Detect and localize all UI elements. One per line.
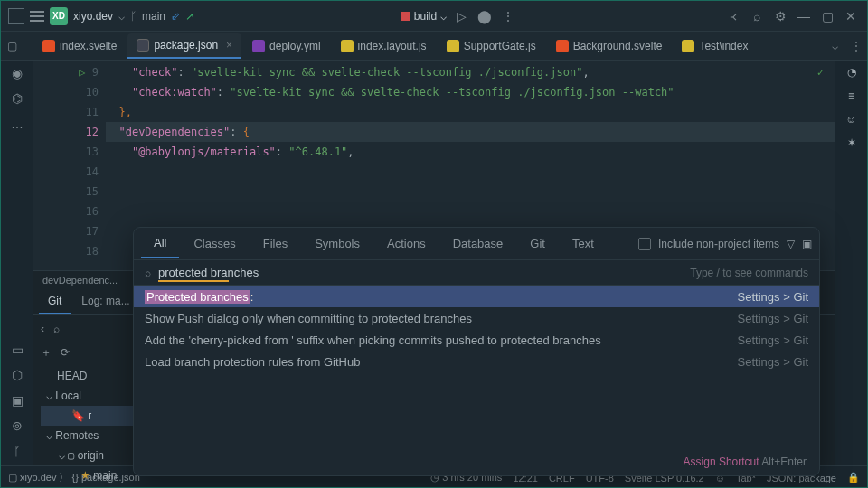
project-tool-icon[interactable]: ▢	[7, 40, 17, 52]
build-tool-icon[interactable]: ▭	[12, 343, 24, 357]
cwm-icon[interactable]: ᚜	[724, 9, 742, 23]
se-tab-git[interactable]: Git	[517, 230, 558, 258]
search-results: Protected branches: Settings > Git Show …	[134, 286, 819, 372]
filter-icon[interactable]: ▽	[787, 238, 795, 250]
svelte-icon	[556, 40, 569, 52]
branch-icon: ᚴ	[130, 10, 137, 23]
tab-deploy-yml[interactable]: deploy.yml	[243, 34, 329, 58]
se-tab-database[interactable]: Database	[440, 230, 516, 258]
search-input[interactable]: protected branches	[158, 266, 259, 279]
result-row[interactable]: Load branch protection rules from GitHub…	[134, 351, 819, 372]
structure-tool-icon[interactable]: ⌬	[12, 91, 23, 106]
pin-icon[interactable]: ▣	[802, 238, 812, 250]
close-tab-icon[interactable]: ×	[226, 39, 232, 52]
run-config-selector[interactable]: build ⌵	[401, 10, 447, 23]
yml-icon	[252, 40, 265, 52]
chevron-down-icon[interactable]: ⌵	[118, 10, 125, 23]
js-icon	[447, 40, 459, 52]
se-tab-text[interactable]: Text	[560, 230, 607, 258]
tab-git[interactable]: Git	[39, 289, 71, 314]
se-tab-files[interactable]: Files	[250, 230, 300, 258]
notifications-icon[interactable]: ◔	[847, 66, 856, 79]
editor-tabs: ▢ index.svelte package.json× deploy.yml …	[1, 32, 867, 61]
nav-back-icon[interactable]: ‹	[41, 319, 44, 339]
search-icon[interactable]: ⌕	[748, 9, 766, 23]
result-row[interactable]: Show Push dialog only when committing to…	[134, 307, 819, 329]
more-tabs-icon[interactable]: ⋮	[845, 40, 867, 52]
ide-icon	[8, 8, 24, 24]
js-icon	[341, 40, 354, 52]
tab-package-json[interactable]: package.json×	[127, 33, 241, 59]
add-icon[interactable]: ＋	[41, 343, 52, 362]
search-icon[interactable]: ⌕	[53, 319, 60, 339]
svelte-icon	[42, 40, 55, 52]
chevron-down-icon: ⌵	[440, 10, 447, 23]
tab-log[interactable]: Log: ma...	[72, 289, 138, 314]
tab-index-svelte[interactable]: index.svelte	[33, 34, 126, 58]
database-tool-icon[interactable]: ≡	[848, 89, 854, 102]
se-tab-symbols[interactable]: Symbols	[302, 230, 373, 258]
more-actions-icon[interactable]: ⋮	[499, 9, 517, 23]
se-tab-classes[interactable]: Classes	[181, 230, 248, 258]
npm-icon	[401, 12, 410, 21]
minimize-icon[interactable]: —	[795, 9, 813, 23]
settings-icon[interactable]: ⚙	[771, 9, 789, 23]
tab-background-svelte[interactable]: Background.svelte	[547, 34, 672, 58]
left-tool-strip: ◉ ⌬ … ▭ ⬡ ▣ ⊚ ᚴ	[1, 61, 33, 465]
push-icon[interactable]: ↗	[185, 10, 194, 23]
update-icon[interactable]: ⇙	[171, 10, 180, 23]
tab-test-index[interactable]: Test\index	[673, 34, 757, 58]
title-bar: XD xiyo.dev ⌵ ᚴ main ⇙ ↗ build ⌵ ▷ ⬤ ⋮ ᚜…	[1, 1, 867, 32]
terminal-tool-icon[interactable]: ▣	[12, 393, 24, 408]
fetch-icon[interactable]: ⟳	[61, 343, 70, 362]
se-tab-actions[interactable]: Actions	[374, 230, 439, 258]
debug-button[interactable]: ⬤	[476, 9, 494, 23]
js-icon	[682, 40, 694, 52]
search-icon: ⌕	[145, 267, 151, 279]
tab-index-layout-js[interactable]: index.layout.js	[332, 34, 436, 58]
search-everywhere-popup: All Classes Files Symbols Actions Databa…	[133, 227, 820, 476]
result-row[interactable]: Add the 'cherry-picked from ' suffix whe…	[134, 329, 819, 351]
se-tab-all[interactable]: All	[141, 229, 179, 258]
lock-icon[interactable]: 🔒	[847, 472, 860, 483]
close-icon[interactable]: ✕	[842, 9, 860, 23]
line-gutter: ▷ 9 10 11 12 13 14 15 16 17 18	[33, 61, 106, 261]
chevron-down-icon[interactable]: ⌵	[826, 40, 844, 52]
copilot-icon[interactable]: ☺	[845, 113, 856, 126]
inspection-ok-icon[interactable]: ✓	[817, 66, 824, 79]
assign-shortcut[interactable]: Assign Shortcut Alt+Enter	[684, 455, 807, 468]
include-nonproject-label: Include non-project items	[658, 238, 779, 250]
project-badge: XD	[50, 7, 68, 25]
project-name[interactable]: xiyo.dev	[73, 10, 113, 23]
json-icon	[137, 39, 149, 52]
git-tool-icon[interactable]: ᚴ	[14, 444, 21, 458]
maximize-icon[interactable]: ▢	[818, 9, 836, 23]
more-tool-icon[interactable]: …	[11, 117, 24, 131]
git-branch[interactable]: main	[142, 10, 165, 23]
commit-tool-icon[interactable]: ◉	[12, 66, 23, 80]
include-nonproject-checkbox[interactable]	[638, 238, 651, 250]
search-hint: Type / to see commands	[690, 267, 808, 279]
ai-tool-icon[interactable]: ✶	[847, 136, 856, 149]
result-row[interactable]: Protected branches: Settings > Git	[134, 286, 819, 307]
problems-tool-icon[interactable]: ⬡	[12, 368, 23, 382]
right-tool-strip: ◔ ≡ ☺ ✶	[835, 61, 867, 465]
run-button[interactable]: ▷	[452, 9, 470, 23]
tab-supportgate-js[interactable]: SupportGate.js	[438, 34, 545, 58]
main-menu-icon[interactable]	[30, 11, 44, 22]
vcs-tool-icon[interactable]: ⊚	[12, 418, 23, 433]
